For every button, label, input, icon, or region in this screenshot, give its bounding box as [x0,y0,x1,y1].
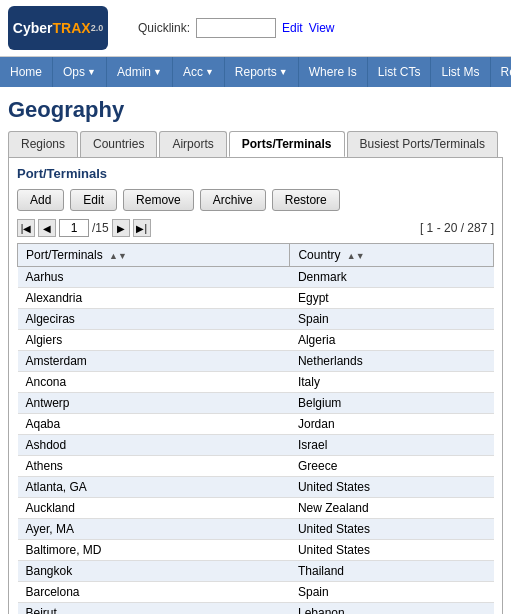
record-count: [ 1 - 20 / 287 ] [420,221,494,235]
port-sort-icon: ▲▼ [109,251,127,261]
nav-listms[interactable]: List Ms [431,57,490,87]
remove-button[interactable]: Remove [123,189,194,211]
cell-country: Italy [290,372,494,393]
admin-arrow: ▼ [153,67,162,77]
col-port-terminals[interactable]: Port/Terminals ▲▼ [18,244,290,267]
cell-country: Netherlands [290,351,494,372]
navbar: Home Ops▼ Admin▼ Acc▼ Reports▼ Where Is … [0,57,511,87]
tab-countries[interactable]: Countries [80,131,157,157]
col-country[interactable]: Country ▲▼ [290,244,494,267]
cell-port: Ayer, MA [18,519,290,540]
pagination-left: |◀ ◀ /15 ▶ ▶| [17,219,151,237]
button-row: Add Edit Remove Archive Restore [17,189,494,211]
cell-country: United States [290,519,494,540]
section-title: Port/Terminals [17,166,494,181]
table-row[interactable]: AnconaItaly [18,372,494,393]
reports-arrow: ▼ [279,67,288,77]
ports-table: Port/Terminals ▲▼ Country ▲▼ AarhusDenma… [17,243,494,614]
nav-whereis[interactable]: Where Is [299,57,368,87]
restore-button[interactable]: Restore [272,189,340,211]
content-area: Port/Terminals Add Edit Remove Archive R… [8,157,503,614]
table-row[interactable]: AthensGreece [18,456,494,477]
cell-port: Amsterdam [18,351,290,372]
nav-acc[interactable]: Acc▼ [173,57,225,87]
page-input[interactable] [59,219,89,237]
table-row[interactable]: BarcelonaSpain [18,582,494,603]
edit-link[interactable]: Edit [282,21,303,35]
acc-arrow: ▼ [205,67,214,77]
table-row[interactable]: Atlanta, GAUnited States [18,477,494,498]
cell-port: Algiers [18,330,290,351]
page-title: Geography [0,87,511,131]
nav-recycleb[interactable]: Recycle B [491,57,512,87]
cell-country: Jordan [290,414,494,435]
cell-port: Athens [18,456,290,477]
tab-regions[interactable]: Regions [8,131,78,157]
cell-country: United States [290,540,494,561]
cell-country: Belgium [290,393,494,414]
cell-country: Israel [290,435,494,456]
cell-port: Barcelona [18,582,290,603]
logo-cyber: Cyber [13,20,53,36]
table-row[interactable]: AlgiersAlgeria [18,330,494,351]
cell-port: Algeciras [18,309,290,330]
table-row[interactable]: AqabaJordan [18,414,494,435]
tab-airports[interactable]: Airports [159,131,226,157]
table-row[interactable]: AmsterdamNetherlands [18,351,494,372]
tabs-container: Regions Countries Airports Ports/Termina… [0,131,511,157]
cell-port: Auckland [18,498,290,519]
table-row[interactable]: AntwerpBelgium [18,393,494,414]
cell-port: Aqaba [18,414,290,435]
cell-port: Antwerp [18,393,290,414]
cell-country: New Zealand [290,498,494,519]
cell-country: Lebanon [290,603,494,615]
nav-ops[interactable]: Ops▼ [53,57,107,87]
first-page-button[interactable]: |◀ [17,219,35,237]
archive-button[interactable]: Archive [200,189,266,211]
cell-country: Spain [290,309,494,330]
cell-country: Algeria [290,330,494,351]
nav-admin[interactable]: Admin▼ [107,57,173,87]
quicklink-label: Quicklink: [138,21,190,35]
logo-trax: TRAX [53,20,91,36]
nav-home[interactable]: Home [0,57,53,87]
cell-port: Aarhus [18,267,290,288]
next-page-button[interactable]: ▶ [112,219,130,237]
tab-busiest[interactable]: Busiest Ports/Terminals [347,131,498,157]
view-link[interactable]: View [309,21,335,35]
last-page-button[interactable]: ▶| [133,219,151,237]
table-row[interactable]: AarhusDenmark [18,267,494,288]
header: CyberTRAX2.0 Quicklink: Edit View [0,0,511,57]
table-row[interactable]: Ayer, MAUnited States [18,519,494,540]
cell-country: Thailand [290,561,494,582]
logo: CyberTRAX2.0 [8,6,108,50]
cell-port: Atlanta, GA [18,477,290,498]
quicklink-area: Quicklink: Edit View [138,18,335,38]
table-body: AarhusDenmarkAlexandriaEgyptAlgecirasSpa… [18,267,494,615]
cell-country: Denmark [290,267,494,288]
cell-port: Baltimore, MD [18,540,290,561]
nav-listcts[interactable]: List CTs [368,57,432,87]
tab-ports-terminals[interactable]: Ports/Terminals [229,131,345,157]
quicklink-links: Edit View [282,21,334,35]
add-button[interactable]: Add [17,189,64,211]
pagination: |◀ ◀ /15 ▶ ▶| [ 1 - 20 / 287 ] [17,219,494,237]
prev-page-button[interactable]: ◀ [38,219,56,237]
table-row[interactable]: Baltimore, MDUnited States [18,540,494,561]
table-row[interactable]: AlgecirasSpain [18,309,494,330]
country-sort-icon: ▲▼ [347,251,365,261]
cell-country: Egypt [290,288,494,309]
cell-country: Greece [290,456,494,477]
table-row[interactable]: AucklandNew Zealand [18,498,494,519]
quicklink-input[interactable] [196,18,276,38]
logo-sup: 2.0 [91,23,104,33]
table-row[interactable]: BangkokThailand [18,561,494,582]
table-row[interactable]: AlexandriaEgypt [18,288,494,309]
cell-port: Beirut [18,603,290,615]
table-row[interactable]: BeirutLebanon [18,603,494,615]
cell-port: Ashdod [18,435,290,456]
table-header-row: Port/Terminals ▲▼ Country ▲▼ [18,244,494,267]
edit-button[interactable]: Edit [70,189,117,211]
nav-reports[interactable]: Reports▼ [225,57,299,87]
table-row[interactable]: AshdodIsrael [18,435,494,456]
